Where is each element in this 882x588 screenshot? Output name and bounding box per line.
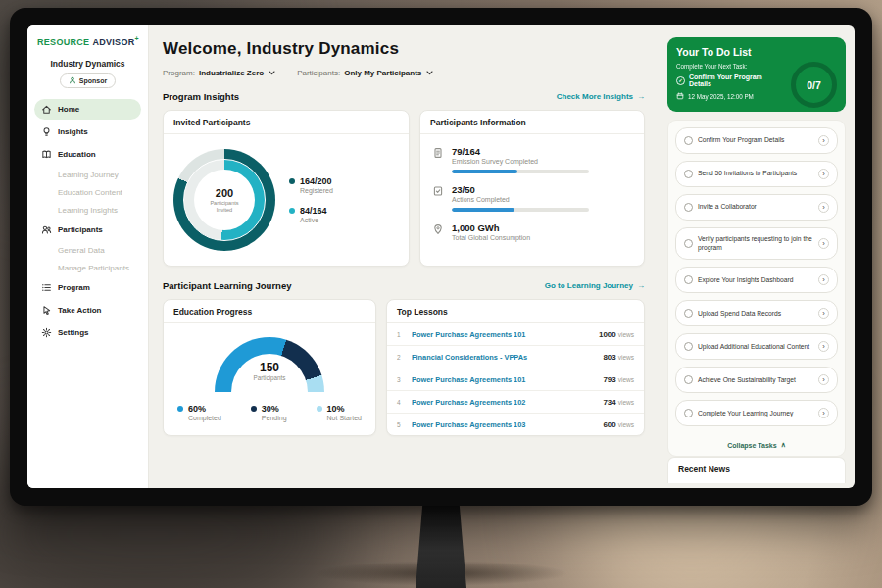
chevron-right-icon[interactable]: › — [818, 202, 829, 213]
chevron-right-icon[interactable]: › — [818, 308, 829, 318]
sidebar-item-label: Insights — [58, 127, 88, 136]
lesson-rank: 2 — [397, 354, 405, 361]
next-task-label: Confirm Your Program Details — [689, 74, 786, 87]
chevron-right-icon[interactable]: › — [818, 374, 829, 385]
sidebar-item-general-data[interactable]: General Data — [34, 241, 141, 259]
task-verify-participants[interactable]: Verify participants requesting to join t… — [675, 227, 838, 260]
list-icon — [41, 282, 52, 293]
task-upload-spend-data[interactable]: Upload Spend Data Records › — [675, 300, 838, 326]
lesson-row[interactable]: 4 Power Purchase Agreements 102 734views — [387, 391, 644, 414]
sidebar-nav: Home Insights Education Learning Journey… — [34, 98, 141, 344]
sidebar-item-settings[interactable]: Settings — [34, 322, 141, 343]
legend-label: Completed — [188, 415, 221, 421]
task-checkbox[interactable] — [684, 342, 693, 351]
brand-secondary: ADVISOR — [92, 37, 134, 47]
sidebar-item-learning-insights[interactable]: Learning Insights — [34, 201, 141, 219]
task-checkbox[interactable] — [684, 136, 693, 145]
gauge-center: 150 Participants — [215, 361, 324, 381]
task-checkbox[interactable] — [684, 275, 693, 284]
lesson-views: 803 — [603, 353, 615, 362]
sidebar-item-manage-participants[interactable]: Manage Participants — [34, 259, 141, 276]
sidebar: RESOURCEADVISOR+ Industry Dynamics Spons… — [27, 25, 149, 488]
recent-news-section[interactable]: Recent News — [667, 457, 846, 483]
invited-donut-center: 200 Participants Invited — [194, 170, 255, 230]
chevron-right-icon[interactable]: › — [818, 274, 829, 285]
chevron-right-icon[interactable]: › — [818, 408, 829, 418]
sidebar-item-home[interactable]: Home — [34, 99, 141, 120]
legend-value: 164/200 — [300, 176, 332, 186]
sidebar-item-label: General Data — [58, 246, 105, 255]
sidebar-item-label: Participants — [58, 225, 103, 234]
cursor-icon — [41, 305, 52, 316]
views-suffix: views — [618, 376, 634, 383]
legend-dot — [251, 406, 257, 412]
task-checkbox[interactable] — [684, 409, 693, 417]
lesson-link[interactable]: Power Purchase Agreements 103 — [412, 420, 596, 429]
go-to-learning-journey-link[interactable]: Go to Learning Journey → — [545, 281, 645, 290]
task-label: Upload Additional Educational Content — [698, 343, 813, 352]
brand-primary: RESOURCE — [37, 37, 89, 47]
task-invite-collaborator[interactable]: Invite a Collaborator › — [675, 194, 838, 220]
task-explore-insights[interactable]: Explore Your Insights Dashboard › — [675, 267, 838, 293]
sidebar-item-education[interactable]: Education — [34, 144, 141, 165]
task-upload-educational-content[interactable]: Upload Additional Educational Content › — [675, 333, 838, 360]
todo-progress-ring: 0/7 — [791, 62, 837, 108]
lesson-link[interactable]: Financial Considerations - VPPAs — [412, 353, 596, 362]
education-gauge-legend: 60% Completed 30% Pending — [173, 395, 366, 421]
task-checkbox[interactable] — [684, 375, 693, 384]
sidebar-item-label: Learning Journey — [58, 171, 119, 179]
home-icon — [41, 104, 52, 115]
lesson-link[interactable]: Power Purchase Agreements 102 — [412, 398, 596, 407]
legend-value: 84/164 — [300, 206, 327, 216]
task-checkbox[interactable] — [684, 239, 693, 248]
task-label: Send 50 Invitations to Participants — [698, 170, 813, 178]
task-checkbox[interactable] — [684, 309, 693, 318]
learning-journey-section-header: Participant Learning Journey Go to Learn… — [163, 280, 645, 291]
sidebar-item-education-content[interactable]: Education Content — [34, 183, 141, 201]
task-confirm-program[interactable]: Confirm Your Program Details › — [675, 127, 838, 154]
participants-filter-value: Only My Participants — [344, 69, 421, 77]
lesson-row[interactable]: 1 Power Purchase Agreements 101 1000view… — [387, 323, 644, 346]
stat-value: 23/50 — [452, 184, 589, 195]
program-filter-dropdown[interactable]: Program: Industrialize Zero — [163, 69, 275, 77]
sidebar-item-insights[interactable]: Insights — [34, 122, 141, 142]
legend-dot — [317, 406, 322, 412]
link-label: Go to Learning Journey — [545, 281, 633, 290]
lesson-link[interactable]: Power Purchase Agreements 101 — [412, 375, 596, 384]
due-date-label: 12 May 2025, 12:00 PM — [688, 93, 754, 100]
collapse-tasks-button[interactable]: Collapse Tasks ∧ — [675, 441, 838, 449]
task-complete-learning-journey[interactable]: Complete Your Learning Journey › — [675, 400, 838, 426]
task-checkbox[interactable] — [684, 170, 693, 178]
sidebar-item-take-action[interactable]: Take Action — [34, 300, 141, 320]
book-icon — [41, 149, 52, 160]
stat-row-actions: 23/50 Actions Completed — [432, 184, 632, 212]
sidebar-item-label: Education Content — [58, 188, 122, 197]
chevron-right-icon[interactable]: › — [818, 135, 829, 146]
top-lessons-card: Top Lessons 1 Power Purchase Agreements … — [386, 299, 645, 436]
lesson-row[interactable]: 3 Power Purchase Agreements 101 793views — [387, 368, 644, 391]
task-send-invitations[interactable]: Send 50 Invitations to Participants › — [675, 161, 838, 187]
task-achieve-sustainability-target[interactable]: Achieve One Sustainability Target › — [675, 367, 838, 393]
sidebar-item-learning-journey[interactable]: Learning Journey — [34, 166, 141, 183]
lesson-row[interactable]: 2 Financial Considerations - VPPAs 803vi… — [387, 346, 644, 368]
chevron-right-icon[interactable]: › — [818, 238, 829, 249]
task-checkbox[interactable] — [684, 203, 693, 212]
legend-label: Registered — [300, 187, 333, 194]
progress-track — [452, 208, 589, 212]
stat-row-emission-survey: 79/164 Emission Survey Completed — [432, 146, 632, 173]
dashboard-screen: RESOURCEADVISOR+ Industry Dynamics Spons… — [27, 25, 855, 488]
chevron-right-icon[interactable]: › — [818, 341, 829, 352]
sidebar-item-program[interactable]: Program — [34, 277, 141, 298]
page-title: Welcome, Industry Dynamics — [163, 39, 645, 59]
sidebar-item-participants[interactable]: Participants — [34, 220, 141, 240]
lesson-link[interactable]: Power Purchase Agreements 101 — [412, 330, 592, 339]
desk-background: RESOURCEADVISOR+ Industry Dynamics Spons… — [0, 0, 882, 588]
participants-filter-dropdown[interactable]: Participants: Only My Participants — [297, 69, 433, 77]
check-more-insights-link[interactable]: Check More Insights → — [557, 92, 645, 101]
section-title: Participant Learning Journey — [163, 280, 291, 291]
todo-panel: Your To Do List Complete Your Next Task:… — [659, 25, 855, 488]
monitor-bezel: RESOURCEADVISOR+ Industry Dynamics Spons… — [10, 8, 872, 506]
chevron-right-icon[interactable]: › — [818, 169, 829, 179]
lesson-row[interactable]: 5 Power Purchase Agreements 103 600views — [387, 414, 644, 435]
task-label: Confirm Your Program Details — [698, 136, 813, 145]
